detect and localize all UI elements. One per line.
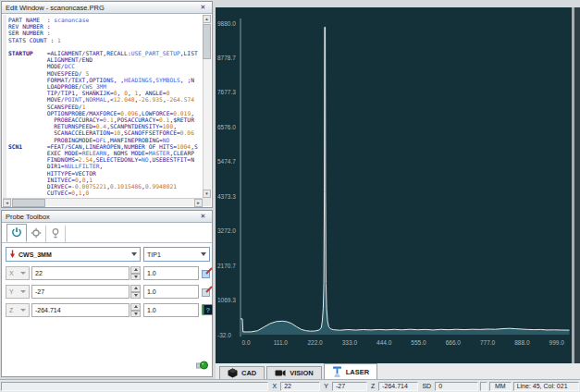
axis-x-scale-input[interactable]: 1.0 [143,266,199,280]
laser-scan-plot: 9880.08778.77677.36576.05474.74373.33272… [216,7,572,363]
vscroll-thumb[interactable] [203,24,211,59]
tab-laser-label: LASER [346,368,369,376]
laser-probe-icon [332,366,342,377]
execute-icon[interactable] [196,359,208,372]
code-line: EXEC MODE=RELEARN, NOMS MODE=MASTER,CLEA… [8,150,202,156]
status-cursor-position: Line: 45, Col: 021 [513,382,579,391]
status-sd-label: SD [420,383,433,389]
status-bar: X 22 Y -27 Z -264.714 SD 0 MM Line: 45, … [0,379,580,392]
axis-y-stepper[interactable] [130,285,141,299]
spin-up-icon[interactable] [130,303,141,311]
code-line: STATS COUNT : 1 [8,37,202,43]
gear-icon [31,226,42,242]
code-line [8,43,202,50]
code-line: SER NUMBER : [8,30,202,36]
horizontal-scrollbar[interactable]: ◄ ► [3,198,203,206]
code-line: DIR1=NULLFILTER, [8,163,202,169]
code-line: LOADPROBE/CWS_3MM [8,83,202,90]
hscroll-thumb[interactable] [12,199,45,207]
chart-right-edge [574,7,580,363]
status-x-label: X [270,383,278,389]
camera-icon [275,369,286,377]
mark-point-icon[interactable] [201,285,213,298]
chevron-down-icon [20,290,26,293]
close-icon[interactable]: ✕ [198,212,208,221]
scroll-down-icon[interactable]: ▼ [203,190,211,198]
code-line: INITVEC=0,0,1 [8,177,202,183]
code-line: FORMAT/TEXT,OPTIONS, ,HEADINGS,SYMBOLS, … [8,77,202,83]
code-gutter [3,15,6,198]
cad-cube-icon [228,368,238,378]
code-line: RETURNSPEED=0.4,SCANPNTDENSITY=100, [8,123,202,129]
code-line: OPTIONPROBE/MAXFORCE=0.096,LOWFORCE=0.01… [8,110,202,116]
spin-up-icon[interactable] [130,285,141,292]
status-z-label: Z [369,383,376,389]
axis-z-select[interactable]: Z [6,303,30,317]
axis-z-scale-input[interactable]: 1.0 [143,303,199,317]
code-line: PROBEACCURACY=0.1,POSACCURACY=0.1,$RETUR [8,116,202,123]
chevron-down-icon [131,252,137,256]
code-line: CUTVEC=0,1,0 [8,190,202,196]
chevron-down-icon [20,272,26,275]
status-spacer [480,382,487,391]
axis-x-stepper[interactable] [130,266,141,280]
tab-probe-lamp[interactable] [46,226,66,242]
axis-x-select[interactable]: X [6,266,30,280]
probe-file-select[interactable]: CWS_3MM [6,247,141,262]
help-query-icon[interactable]: ? [201,303,213,316]
tab-vision-label: VISION [290,369,313,377]
code-line: PROBINGMODE=DFL,MANFINEPROBING=NO [8,137,202,143]
tab-probe-power[interactable] [6,224,27,242]
axis-x-label: X [9,270,14,276]
edit-point-icon[interactable] [201,266,213,279]
status-units: MM [489,382,512,391]
probe-file-value: CWS_3MM [19,251,52,258]
close-icon[interactable]: ✕ [198,3,208,12]
axis-x-value-input[interactable]: 22 [31,266,130,280]
chevron-down-icon [201,252,206,256]
code-line: SCN1 =FEAT/SCAN,LINEAROPEN,NUMBER OF HIT… [8,143,202,150]
scroll-up-icon[interactable]: ▲ [203,15,211,23]
tab-cad[interactable]: CAD [219,366,265,379]
scroll-right-icon[interactable]: ► [194,199,203,207]
axis-y-label: Y [9,288,14,295]
code-line: MOVESPEED/ 5 [8,70,202,77]
code-line: DIRVEC=-0.0075221,0.1015486,0.9948021 [8,183,202,190]
spin-down-icon[interactable] [130,274,141,281]
probe-down-icon [9,250,16,259]
status-y-label: Y [322,383,330,389]
tab-vision[interactable]: VISION [266,366,321,379]
code-line: FINDNOMS=2.54,SELECTEDONLY=NO,USEBESTFIT… [8,156,202,163]
scroll-left-icon[interactable]: ◄ [3,199,11,207]
part-program-editor[interactable]: PART NAME : scanoncaseREV NUMBER :SER NU… [8,17,202,197]
edit-window-titlebar[interactable]: Edit Window - scanoncase.PRG ✕ [2,2,212,14]
code-line: MOVE/POINT,NORMAL,<12.048,-26.935,-264.5… [8,96,202,103]
axis-y-scale-input[interactable]: 1.0 [143,285,199,299]
svg-text:?: ? [205,306,210,314]
edit-window-title: Edit Window - scanoncase.PRG [6,4,105,12]
tab-laser[interactable]: LASER [324,363,377,379]
probe-toolbox-titlebar[interactable]: Probe Toolbox ✕ [2,211,212,223]
power-icon [11,225,22,241]
scan-area-fill [241,27,570,335]
axis-z-value-input[interactable]: -264.714 [31,303,130,317]
probe-toolbox-tabstrip [2,224,212,243]
tip-select[interactable]: TIP1 [143,247,210,262]
code-line: REV NUMBER : [8,23,202,30]
view-tabbar: CAD VISION LASER [216,363,580,379]
axis-z-label: Z [9,307,13,313]
status-message-area [1,382,268,391]
spin-down-icon[interactable] [130,311,141,318]
scrollbar-corner [203,198,211,206]
probe-toolbox-title: Probe Toolbox [6,213,50,221]
spin-down-icon[interactable] [130,292,141,300]
tab-cad-label: CAD [241,369,256,377]
spin-up-icon[interactable] [130,266,141,274]
axis-y-value-input[interactable]: -27 [31,285,130,299]
axis-y-select[interactable]: Y [6,285,30,299]
status-z-value: -264.714 [378,382,418,391]
tab-probe-qualify[interactable] [27,226,46,242]
axis-z-stepper[interactable] [130,303,141,317]
vertical-scrollbar[interactable]: ▲ ▼ [203,15,211,198]
status-y-value: -27 [332,382,367,391]
